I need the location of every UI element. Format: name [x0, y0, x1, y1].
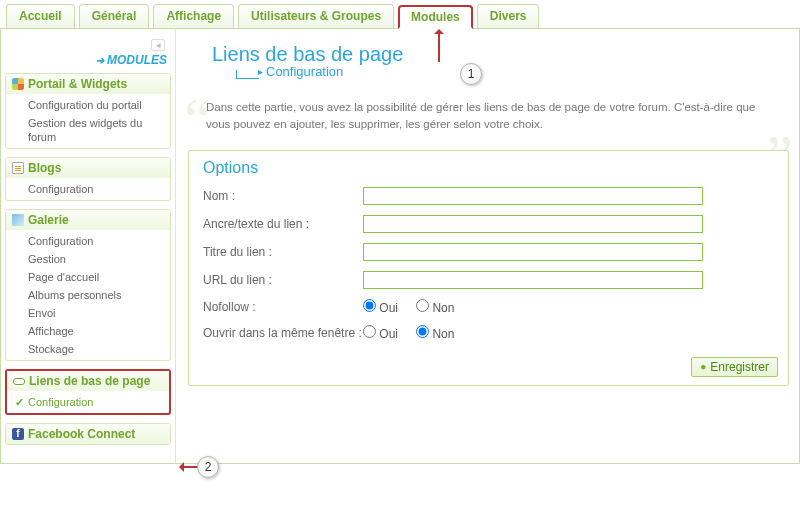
label-link-title: Titre du lien :: [203, 245, 363, 259]
sidebar-item[interactable]: Page d'accueil: [6, 268, 170, 286]
sidebar-group-galerie: Galerie Configuration Gestion Page d'acc…: [5, 209, 171, 361]
tab-accueil[interactable]: Accueil: [6, 4, 75, 28]
radio-nofollow-no[interactable]: Non: [416, 299, 454, 315]
annotation-badge-1: 1: [460, 63, 482, 85]
sidebar-group-header[interactable]: fFacebook Connect: [6, 424, 170, 444]
input-anchor[interactable]: [363, 215, 703, 233]
sidebar-item[interactable]: Gestion: [6, 250, 170, 268]
page-title: Liens de bas de page: [188, 43, 789, 66]
label-anchor: Ancre/texte du lien :: [203, 217, 363, 231]
tab-users-groups[interactable]: Utilisateurs & Groupes: [238, 4, 394, 28]
sidebar-item[interactable]: Albums personnels: [6, 286, 170, 304]
sidebar-group-header[interactable]: Blogs: [6, 158, 170, 178]
label-nofollow: Nofollow :: [203, 300, 363, 314]
options-heading: Options: [203, 159, 778, 177]
sidebar-item[interactable]: Configuration: [6, 180, 170, 198]
page-description: “ Dans cette partie, vous avez la possib…: [188, 89, 789, 150]
sidebar-item[interactable]: Configuration du portail: [6, 96, 170, 114]
sidebar-pager: ◂: [5, 35, 171, 51]
radio-nofollow-yes[interactable]: Oui: [363, 299, 398, 315]
sidebar-group-facebook: fFacebook Connect: [5, 423, 171, 445]
radio-samewin-yes[interactable]: Oui: [363, 325, 398, 341]
tab-general[interactable]: Général: [79, 4, 150, 28]
input-url[interactable]: [363, 271, 703, 289]
input-name[interactable]: [363, 187, 703, 205]
portail-icon: [12, 78, 24, 90]
sidebar-item[interactable]: Gestion des widgets du forum: [6, 114, 170, 146]
sidebar-section-label: ➔ MODULES: [5, 51, 171, 73]
sidebar-group-header[interactable]: Portail & Widgets: [6, 74, 170, 94]
label-samewindow: Ouvrir dans la même fenêtre :: [203, 326, 363, 340]
tab-affichage[interactable]: Affichage: [153, 4, 234, 28]
sidebar-group-portail: Portail & Widgets Configuration du porta…: [5, 73, 171, 149]
sidebar: ◂ ➔ MODULES Portail & Widgets Configurat…: [1, 29, 176, 463]
top-tabs: Accueil Général Affichage Utilisateurs &…: [0, 0, 800, 29]
options-panel: Options Nom : Ancre/texte du lien : Titr…: [188, 150, 789, 386]
main-content: Liens de bas de page Configuration “ Dan…: [176, 29, 799, 463]
blog-icon: [12, 162, 24, 174]
sidebar-group-liens: Liens de bas de page Configuration: [5, 369, 171, 415]
label-name: Nom :: [203, 189, 363, 203]
sidebar-group-header[interactable]: Galerie: [6, 210, 170, 230]
input-link-title[interactable]: [363, 243, 703, 261]
radio-samewin-no[interactable]: Non: [416, 325, 454, 341]
sidebar-group-header[interactable]: Liens de bas de page: [7, 371, 169, 391]
save-button[interactable]: Enregistrer: [691, 357, 778, 377]
facebook-icon: f: [12, 428, 24, 440]
gallery-icon: [12, 214, 24, 226]
breadcrumb: Liens de bas de page Configuration: [188, 43, 789, 81]
sidebar-group-blogs: Blogs Configuration: [5, 157, 171, 201]
link-icon: [13, 375, 25, 387]
sidebar-item[interactable]: Envoi: [6, 304, 170, 322]
sidebar-item-configuration[interactable]: Configuration: [7, 393, 169, 411]
sidebar-item[interactable]: Stockage: [6, 340, 170, 358]
tab-divers[interactable]: Divers: [477, 4, 540, 28]
sidebar-item[interactable]: Configuration: [6, 232, 170, 250]
page-subtitle: Configuration: [188, 64, 789, 79]
label-url: URL du lien :: [203, 273, 363, 287]
sidebar-item[interactable]: Affichage: [6, 322, 170, 340]
pager-prev-icon[interactable]: ◂: [151, 39, 165, 51]
